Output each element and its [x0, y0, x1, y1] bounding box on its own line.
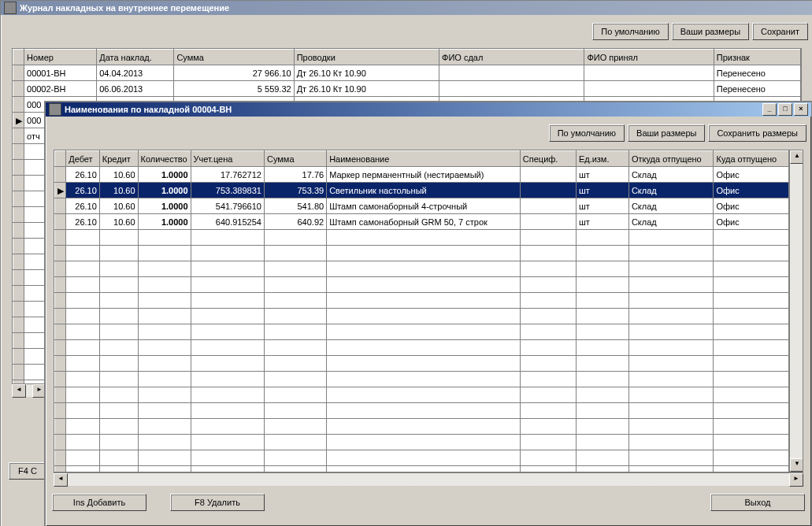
cell-unit[interactable]: шт — [576, 214, 628, 230]
cell-sum[interactable]: 640.92 — [264, 214, 326, 230]
col-entries[interactable]: Проводки — [294, 50, 439, 65]
table-row[interactable]: 26.1010.601.000017.76271217.76Маркер пер… — [55, 167, 789, 183]
table-row[interactable] — [55, 246, 789, 261]
cell-unit[interactable]: шт — [576, 183, 628, 198]
col-flag[interactable]: Признак — [714, 50, 800, 65]
table-row[interactable] — [55, 277, 789, 293]
cell-from[interactable]: Склад — [628, 183, 714, 198]
cell-to[interactable]: Офис — [714, 167, 789, 183]
cell-flag[interactable]: Перенесено — [714, 81, 800, 97]
cell-spec[interactable] — [520, 167, 576, 183]
exit-button[interactable]: Выход — [710, 494, 805, 511]
cell-credit[interactable]: 10.60 — [99, 214, 138, 230]
table-row[interactable] — [55, 466, 789, 472]
ins-add-button[interactable]: Ins Добавить — [52, 494, 146, 511]
scroll-track[interactable] — [790, 164, 803, 458]
cell-qty[interactable]: 1.0000 — [138, 198, 191, 214]
col-date[interactable]: Дата наклад. — [97, 50, 174, 65]
cell-fio-took[interactable] — [584, 81, 714, 97]
table-row[interactable] — [55, 435, 789, 450]
table-row[interactable] — [55, 261, 789, 277]
items-hscroll[interactable]: ◄ ► — [54, 472, 803, 486]
cell-sum[interactable]: 753.39 — [264, 183, 326, 198]
cell-name[interactable]: Светильник настольный — [327, 183, 521, 198]
scroll-track[interactable] — [68, 473, 789, 486]
cell-qty[interactable]: 1.0000 — [138, 183, 191, 198]
cell-from[interactable]: Склад — [628, 214, 714, 230]
table-row[interactable]: 00002-ВН06.06.20135 559.32Дт 26.10 Кт 10… — [13, 81, 801, 97]
cell-price[interactable]: 541.796610 — [191, 198, 264, 214]
cell-credit[interactable]: 10.60 — [99, 198, 138, 214]
table-row[interactable]: 26.1010.601.0000541.796610541.80Штамп са… — [55, 198, 789, 214]
cell-flag[interactable]: Перенесено — [714, 65, 800, 81]
journal-hscroll[interactable]: ◄ ► — [12, 383, 46, 397]
f4-button-partial[interactable]: F4 С — [9, 462, 46, 480]
cell-to[interactable]: Офис — [714, 214, 789, 230]
cell-qty[interactable]: 1.0000 — [138, 167, 191, 183]
table-row[interactable] — [55, 324, 789, 340]
scroll-track[interactable] — [26, 384, 32, 397]
cell-number[interactable]: 00001-ВН — [24, 65, 97, 81]
minimize-icon[interactable]: _ — [762, 103, 777, 116]
table-row[interactable] — [55, 450, 789, 466]
your-sizes-button[interactable]: Ваши размеры — [628, 124, 705, 142]
items-vscroll[interactable]: ▲ ▼ — [789, 150, 803, 472]
table-row[interactable] — [55, 372, 789, 387]
maximize-icon[interactable]: □ — [778, 103, 792, 116]
items-grid[interactable]: Дебет Кредит Количество Учет.цена Сумма … — [54, 150, 789, 472]
col-sum[interactable]: Сумма — [174, 50, 294, 65]
table-row[interactable]: ▶26.1010.601.0000753.389831753.39Светиль… — [55, 183, 789, 198]
cell-credit[interactable]: 10.60 — [99, 183, 138, 198]
cell-unit[interactable]: шт — [576, 167, 628, 183]
table-row[interactable] — [55, 340, 789, 356]
table-row[interactable]: 00001-ВН04.04.201327 966.10Дт 26.10 Кт 1… — [13, 65, 801, 81]
table-row[interactable] — [55, 293, 789, 309]
col-debit[interactable]: Дебет — [66, 151, 100, 167]
col-spec[interactable]: Специф. — [520, 151, 576, 167]
cell-from[interactable]: Склад — [628, 167, 714, 183]
default-button[interactable]: По умолчанию — [549, 124, 625, 142]
cell-entries[interactable]: Дт 26.10 Кт 10.90 — [294, 81, 439, 97]
col-from[interactable]: Откуда отпущено — [628, 151, 714, 167]
col-sum[interactable]: Сумма — [264, 151, 326, 167]
cell-sum[interactable]: 27 966.10 — [174, 65, 294, 81]
cell-number[interactable]: 00002-ВН — [24, 81, 97, 97]
cell-name[interactable]: Штамп самонаборный 4-строчный — [327, 198, 521, 214]
table-row[interactable] — [55, 309, 789, 324]
cell-spec[interactable] — [520, 198, 576, 214]
cell-to[interactable]: Офис — [714, 183, 789, 198]
cell-from[interactable]: Склад — [628, 198, 714, 214]
cell-unit[interactable]: шт — [576, 198, 628, 214]
save-button-partial[interactable]: Сохранит — [752, 23, 808, 40]
cell-debit[interactable]: 26.10 — [66, 183, 100, 198]
cell-fio-gave[interactable] — [439, 81, 584, 97]
cell-spec[interactable] — [520, 183, 576, 198]
f8-delete-button[interactable]: F8 Удалить — [170, 494, 265, 511]
col-qty[interactable]: Количество — [138, 151, 191, 167]
cell-qty[interactable]: 1.0000 — [138, 214, 191, 230]
items-titlebar[interactable]: Наименования по накладной 00004-ВН _ □ × — [46, 102, 811, 117]
cell-price[interactable]: 640.915254 — [191, 214, 264, 230]
table-row[interactable] — [55, 230, 789, 246]
scroll-left-icon[interactable]: ◄ — [54, 473, 68, 487]
cell-date[interactable]: 04.04.2013 — [97, 65, 174, 81]
scroll-left-icon[interactable]: ◄ — [12, 384, 26, 398]
cell-debit[interactable]: 26.10 — [66, 214, 100, 230]
scroll-down-icon[interactable]: ▼ — [790, 458, 803, 472]
cell-sum[interactable]: 17.76 — [264, 167, 326, 183]
cell-name[interactable]: Маркер перманентный (нестираемый) — [327, 167, 521, 183]
cell-spec[interactable] — [520, 214, 576, 230]
col-to[interactable]: Куда отпущено — [714, 151, 789, 167]
cell-fio-took[interactable] — [584, 65, 714, 81]
col-fio-took[interactable]: ФИО принял — [584, 50, 714, 65]
col-price[interactable]: Учет.цена — [191, 151, 264, 167]
cell-debit[interactable]: 26.10 — [66, 167, 100, 183]
cell-name[interactable]: Штамп самонаборный GRM 50, 7 строк — [327, 214, 521, 230]
cell-to[interactable]: Офис — [714, 198, 789, 214]
cell-price[interactable]: 17.762712 — [191, 167, 264, 183]
table-row[interactable] — [55, 419, 789, 435]
table-row[interactable] — [55, 387, 789, 403]
col-credit[interactable]: Кредит — [99, 151, 138, 167]
table-row[interactable] — [55, 403, 789, 419]
col-unit[interactable]: Ед.изм. — [576, 151, 628, 167]
